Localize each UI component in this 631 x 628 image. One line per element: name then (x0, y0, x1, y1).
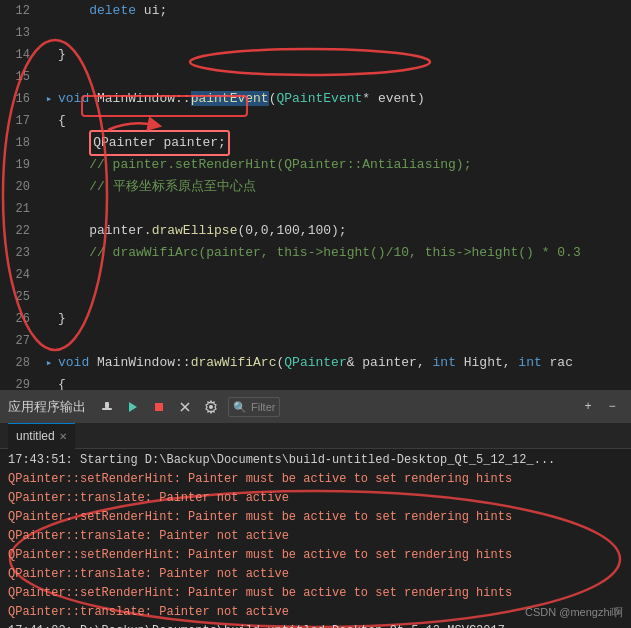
line-number: 21 (0, 198, 42, 220)
line-content: // painter.setRenderHint(QPainter::Antia… (56, 154, 631, 176)
line-content: QPainter painter; (56, 130, 631, 156)
build-icon[interactable] (96, 396, 118, 418)
svg-marker-5 (129, 402, 137, 412)
line-content (56, 22, 631, 44)
svg-rect-3 (102, 408, 112, 410)
line-content (56, 198, 631, 220)
line-content (56, 286, 631, 308)
tab-label: untitled (16, 429, 55, 443)
line-content (56, 330, 631, 352)
code-line: 20 // 平移坐标系原点至中心点 (0, 176, 631, 198)
font-decrease-button[interactable]: − (601, 396, 623, 418)
line-number: 20 (0, 176, 42, 198)
code-line: 13 (0, 22, 631, 44)
line-number: 15 (0, 66, 42, 88)
line-number: 23 (0, 242, 42, 264)
line-number: 13 (0, 22, 42, 44)
code-line: 12 delete ui; (0, 0, 631, 22)
code-line: 16▸void MainWindow::paintEvent(QPaintEve… (0, 88, 631, 110)
output-tab[interactable]: untitled ✕ (8, 423, 75, 449)
output-line: QPainter::translate: Painter not active (0, 489, 631, 508)
active-keyword: active (303, 548, 346, 562)
active-keyword: active (303, 472, 346, 486)
app-window: 12 delete ui;13 14}15 16▸void MainWindow… (0, 0, 631, 628)
line-number: 19 (0, 154, 42, 176)
output-line: QPainter::setRenderHint: Painter must be… (0, 546, 631, 565)
tab-strip: untitled ✕ (0, 423, 631, 449)
active-keyword: active (303, 586, 346, 600)
output-panel-label: 应用程序输出 (8, 398, 86, 416)
output-line: 17:41:02: D:\Backup\Documents\build-unti… (0, 622, 631, 628)
play-icon[interactable] (122, 396, 144, 418)
line-content (56, 264, 631, 286)
code-line: 19 // painter.setRenderHint(QPainter::An… (0, 154, 631, 176)
line-number: 29 (0, 374, 42, 390)
code-line: 23 // drawWifiArc(painter, this->height(… (0, 242, 631, 264)
code-line: 24 (0, 264, 631, 286)
active-keyword: active (246, 491, 289, 505)
font-increase-button[interactable]: + (577, 396, 599, 418)
code-line: 21 (0, 198, 631, 220)
output-line: QPainter::setRenderHint: Painter must be… (0, 508, 631, 527)
filter-input[interactable]: 🔍 Filter (228, 397, 280, 417)
toolbar-icons (96, 396, 222, 418)
line-content: } (56, 308, 631, 330)
settings-icon[interactable] (200, 396, 222, 418)
tab-close-icon[interactable]: ✕ (59, 431, 67, 442)
line-number: 18 (0, 132, 42, 154)
code-line: 22 painter.drawEllipse(0,0,100,100); (0, 220, 631, 242)
code-line: 18 QPainter painter; (0, 132, 631, 154)
svg-point-7 (209, 405, 213, 409)
output-line: QPainter::setRenderHint: Painter must be… (0, 470, 631, 489)
line-number: 25 (0, 286, 42, 308)
line-content: // drawWifiArc(painter, this->height()/1… (56, 242, 631, 264)
line-arrow: ▸ (42, 352, 56, 374)
search-icon: 🔍 (233, 401, 247, 414)
line-content: delete ui; (56, 0, 631, 22)
clear-icon[interactable] (174, 396, 196, 418)
line-number: 16 (0, 88, 42, 110)
output-panel: 应用程序输出 (0, 390, 631, 628)
line-content: // 平移坐标系原点至中心点 (56, 176, 631, 198)
output-toolbar: 应用程序输出 (0, 391, 631, 423)
line-number: 26 (0, 308, 42, 330)
line-number: 12 (0, 0, 42, 22)
line-content: { (56, 110, 631, 132)
line-number: 17 (0, 110, 42, 132)
output-line: 17:43:51: Starting D:\Backup\Documents\b… (0, 451, 631, 470)
output-line: QPainter::translate: Painter not active (0, 565, 631, 584)
font-size-controls: + − (577, 396, 623, 418)
line-content: { (56, 374, 631, 390)
line-content: } (56, 44, 631, 66)
code-line: 28▸void MainWindow::drawWifiArc(QPainter… (0, 352, 631, 374)
filter-text: Filter (251, 401, 275, 413)
line-number: 14 (0, 44, 42, 66)
line-number: 22 (0, 220, 42, 242)
active-keyword: active (246, 605, 289, 619)
svg-rect-4 (105, 402, 109, 408)
line-number: 24 (0, 264, 42, 286)
line-content: void MainWindow::drawWifiArc(QPainter& p… (56, 352, 631, 374)
output-content: 17:43:51: Starting D:\Backup\Documents\b… (0, 449, 631, 628)
line-content (56, 66, 631, 88)
line-content: void MainWindow::paintEvent(QPaintEvent*… (56, 88, 631, 110)
svg-rect-6 (155, 403, 163, 411)
stop-icon[interactable] (148, 396, 170, 418)
active-keyword: active (303, 510, 346, 524)
line-content: painter.drawEllipse(0,0,100,100); (56, 220, 631, 242)
code-lines: 12 delete ui;13 14}15 16▸void MainWindow… (0, 0, 631, 390)
code-editor: 12 delete ui;13 14}15 16▸void MainWindow… (0, 0, 631, 390)
code-line: 17{ (0, 110, 631, 132)
active-keyword: active (246, 567, 289, 581)
code-line: 15 (0, 66, 631, 88)
code-line: 14} (0, 44, 631, 66)
code-line: 27 (0, 330, 631, 352)
active-keyword: active (246, 529, 289, 543)
code-line: 26} (0, 308, 631, 330)
line-number: 27 (0, 330, 42, 352)
watermark: CSDN @mengzhi啊 (525, 605, 623, 620)
line-number: 28 (0, 352, 42, 374)
output-line: QPainter::translate: Painter not active (0, 527, 631, 546)
code-line: 29{ (0, 374, 631, 390)
output-line: QPainter::setRenderHint: Painter must be… (0, 584, 631, 603)
